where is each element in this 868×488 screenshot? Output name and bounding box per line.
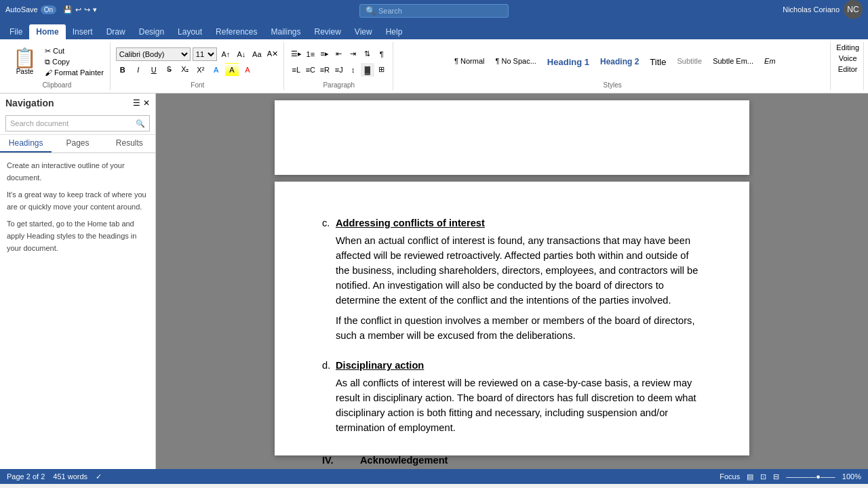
autosave-area[interactable]: AutoSave On 💾 ↩ ↪ ▾	[5, 5, 97, 14]
change-case-button[interactable]: Aa	[250, 47, 264, 61]
increase-indent-button[interactable]: ⇥	[347, 47, 360, 61]
style-subtitle[interactable]: Subtitle	[672, 55, 707, 69]
proofing-icon[interactable]: ✓	[96, 472, 102, 481]
font-name-select[interactable]: Calibri (Body)	[116, 47, 191, 61]
customize-icon[interactable]: ▾	[93, 5, 97, 14]
style-normal[interactable]: ¶ Normal	[450, 55, 489, 69]
align-left-button[interactable]: ≡L	[290, 63, 303, 77]
list-item-d: d. Disciplinary action As all conflicts …	[322, 358, 702, 446]
style-emphasis[interactable]: Emphasis	[760, 55, 775, 69]
bullets-button[interactable]: ☰▸	[290, 47, 303, 61]
nav-menu-icon[interactable]: ☰	[133, 98, 140, 108]
section-iv-num: IV.	[322, 453, 349, 468]
strikethrough-button[interactable]: S̶	[163, 63, 176, 77]
tab-help[interactable]: Help	[379, 24, 410, 39]
copy-button[interactable]: ⧉ Copy	[43, 57, 106, 67]
font-size-select[interactable]: 11	[193, 47, 217, 61]
user-name: Nicholas Coriano	[783, 5, 840, 14]
focus-button[interactable]: Focus	[719, 472, 740, 481]
view-mode-print[interactable]: ▤	[747, 472, 753, 481]
align-center-button[interactable]: ≡C	[304, 63, 317, 77]
style-no-spacing[interactable]: ¶ No Spac...	[491, 55, 541, 69]
tab-references[interactable]: References	[209, 24, 264, 39]
autosave-label: AutoSave	[5, 5, 38, 14]
nav-instruction-1: Create an interactive outline of your do…	[7, 160, 149, 184]
redo-icon[interactable]: ↪	[84, 5, 90, 14]
borders-button[interactable]: ⊞	[375, 63, 389, 77]
list-item-c: c. Addressing conflicts of interest When…	[322, 216, 702, 351]
zoom-level[interactable]: 100%	[842, 472, 861, 481]
increase-font-button[interactable]: A↑	[219, 47, 233, 61]
nav-search-icon[interactable]: 🔍	[136, 119, 145, 128]
ribbon-content: 📋 Paste ✂ Cut ⧉ Copy 🖌 Format Painter Cl…	[0, 39, 868, 94]
subscript-button[interactable]: X₂	[178, 63, 192, 77]
decrease-indent-button[interactable]: ⇤	[332, 47, 346, 61]
tab-mailings[interactable]: Mailings	[264, 24, 307, 39]
nav-close-icon[interactable]: ✕	[143, 98, 150, 108]
document-area[interactable]: c. Addressing conflicts of interest When…	[156, 94, 868, 469]
tab-design[interactable]: Design	[132, 24, 171, 39]
text-effect-button[interactable]: A	[210, 63, 223, 77]
ribbon-tabs: File Home Insert Draw Design Layout Refe…	[0, 19, 868, 39]
decrease-font-button[interactable]: A↓	[235, 47, 248, 61]
shading-button[interactable]: ▓	[361, 63, 374, 77]
tab-file[interactable]: File	[3, 24, 29, 39]
nav-tab-results[interactable]: Results	[104, 135, 155, 152]
nav-search: Search document 🔍	[0, 113, 155, 135]
clear-format-button[interactable]: A✕	[266, 47, 279, 61]
sort-button[interactable]: ⇅	[361, 47, 374, 61]
search-input[interactable]	[378, 7, 500, 15]
view-mode-read[interactable]: ⊟	[773, 472, 779, 481]
tab-home[interactable]: Home	[29, 24, 65, 39]
style-subtle-em[interactable]: Subtle Em...	[708, 55, 758, 69]
tab-review[interactable]: Review	[308, 24, 348, 39]
style-heading2[interactable]: Heading 2	[595, 55, 644, 69]
status-left: Page 2 of 2 451 words ✓	[7, 472, 102, 481]
line-spacing-button[interactable]: ↕	[347, 63, 360, 77]
paste-button[interactable]: 📋 Paste	[8, 47, 41, 77]
nav-tab-headings[interactable]: Headings	[0, 135, 52, 152]
nav-tab-pages[interactable]: Pages	[52, 135, 103, 152]
show-para-button[interactable]: ¶	[375, 47, 389, 61]
format-painter-button[interactable]: 🖌 Format Painter	[43, 68, 106, 77]
editing-group: Editing Voice Editor	[832, 42, 864, 90]
autosave-toggle[interactable]: On	[41, 5, 56, 14]
numbering-button[interactable]: 1≡	[304, 47, 317, 61]
undo-icon[interactable]: ↩	[75, 5, 81, 14]
multilevel-button[interactable]: ≡▸	[318, 47, 332, 61]
justify-button[interactable]: ≡J	[332, 63, 346, 77]
tab-insert[interactable]: Insert	[66, 24, 100, 39]
align-right-button[interactable]: ≡R	[318, 63, 332, 77]
style-heading1[interactable]: Heading 1	[542, 55, 594, 69]
italic-button[interactable]: I	[132, 63, 145, 77]
search-bar[interactable]: 🔍	[359, 4, 509, 18]
font-color-button[interactable]: A	[241, 63, 254, 77]
doc-page-top	[275, 100, 749, 175]
tab-view[interactable]: View	[348, 24, 379, 39]
list-letter-c: c.	[322, 216, 336, 351]
underline-button[interactable]: U	[147, 63, 161, 77]
highlight-button[interactable]: A	[225, 63, 239, 77]
nav-content: Create an interactive outline of your do…	[0, 153, 155, 469]
tab-layout[interactable]: Layout	[171, 24, 209, 39]
main-area: Navigation ☰ ✕ Search document 🔍 Heading…	[0, 94, 868, 469]
clipboard-group: 📋 Paste ✂ Cut ⧉ Copy 🖌 Format Painter Cl…	[4, 42, 111, 90]
tab-draw[interactable]: Draw	[100, 24, 132, 39]
voice-button[interactable]: Voice	[839, 54, 857, 62]
bold-button[interactable]: B	[116, 63, 130, 77]
word-count: 451 words	[53, 472, 87, 481]
doc-page-main[interactable]: c. Addressing conflicts of interest When…	[275, 182, 749, 455]
nav-search-box[interactable]: Search document 🔍	[5, 115, 150, 131]
view-mode-web[interactable]: ⊡	[760, 472, 766, 481]
document-content: c. Addressing conflicts of interest When…	[322, 216, 702, 469]
font-controls: Calibri (Body) 11 A↑ A↓ Aa A✕ B I U S̶ X…	[116, 47, 279, 77]
superscript-button[interactable]: X²	[194, 63, 208, 77]
save-icon[interactable]: 💾	[63, 5, 73, 14]
styles-group: ¶ Normal ¶ No Spac... Heading 1 Heading …	[395, 42, 831, 90]
paste-label: Paste	[16, 68, 34, 75]
editing-label-btn[interactable]: Editing	[836, 43, 859, 52]
zoom-slider[interactable]: ————●——	[786, 472, 835, 481]
style-title[interactable]: Title	[645, 55, 671, 69]
editor-button[interactable]: Editor	[838, 65, 858, 73]
cut-button[interactable]: ✂ Cut	[43, 46, 106, 56]
